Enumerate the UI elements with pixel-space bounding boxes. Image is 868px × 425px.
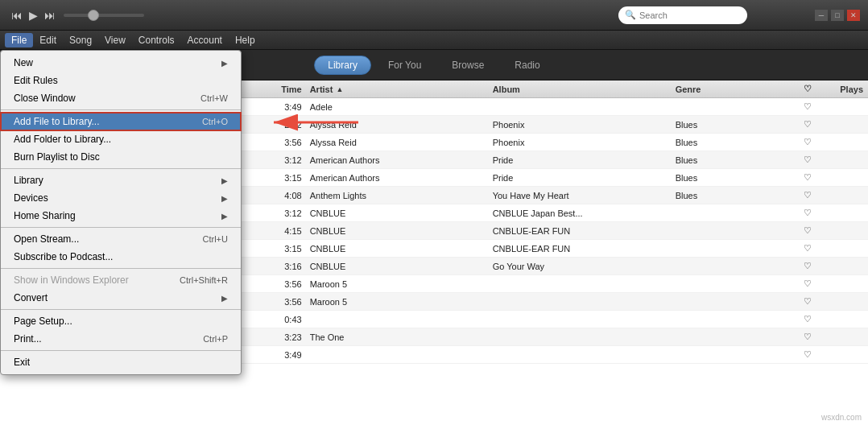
col-header-genre: Genre	[671, 85, 796, 94]
shortcut-show-windows-explorer: Ctrl+Shift+R	[180, 275, 228, 285]
track-heart[interactable]: ♡	[796, 208, 820, 218]
track-heart[interactable]: ♡	[796, 155, 820, 165]
menu-separator	[1, 168, 241, 169]
menu-item-home-sharing[interactable]: Home Sharing ▶	[1, 207, 241, 225]
col-header-artist[interactable]: Artist ▲	[305, 85, 488, 94]
menu-item-edit-rules[interactable]: Edit Rules	[1, 72, 241, 89]
menu-label-exit: Exit	[14, 357, 30, 368]
menu-item-file[interactable]: File	[5, 33, 33, 47]
menu-label-print: Print...	[14, 333, 42, 345]
track-artist: Alyssa Reid	[305, 120, 488, 130]
menu-item-convert[interactable]: Convert ▶	[1, 289, 241, 307]
menu-item-subscribe-podcast[interactable]: Subscribe to Podcast...	[1, 248, 241, 266]
menu-item-library[interactable]: Library ▶	[1, 171, 241, 189]
track-heart[interactable]: ♡	[796, 119, 820, 130]
progress-thumb	[88, 10, 99, 21]
track-heart[interactable]: ♡	[796, 190, 820, 200]
menu-item-page-setup[interactable]: Page Setup...	[1, 312, 241, 330]
track-heart[interactable]: ♡	[796, 349, 820, 360]
menu-item-account[interactable]: Account	[181, 33, 229, 47]
search-icon: 🔍	[625, 10, 636, 20]
track-artist: Maroon 5	[305, 279, 488, 289]
window-buttons: 🔍 ─ □ ✕	[618, 6, 860, 24]
track-album: Go Your Way	[488, 262, 671, 271]
track-album: CNBLUE Japan Best...	[488, 208, 671, 218]
menu-label-page-setup: Page Setup...	[14, 316, 72, 327]
track-genre: Blues	[671, 191, 796, 200]
submenu-arrow-devices: ▶	[221, 194, 228, 203]
menu-separator	[1, 309, 241, 310]
search-input[interactable]	[639, 10, 728, 20]
track-album: Phoenix	[488, 138, 671, 147]
track-artist: CNBLUE	[305, 262, 488, 271]
search-container: 🔍	[618, 6, 747, 24]
col-header-time: Time	[265, 85, 305, 94]
title-bar: ⏮ ▶ ⏭ 🔍 ─ □ ✕	[0, 0, 868, 31]
tab-browse[interactable]: Browse	[438, 56, 498, 75]
maximize-button[interactable]: □	[831, 10, 844, 21]
track-heart[interactable]: ♡	[796, 137, 820, 147]
minimize-button[interactable]: ─	[815, 10, 828, 21]
track-time: 3:56	[265, 279, 305, 289]
menu-item-burn-playlist[interactable]: Burn Playlist to Disc	[1, 148, 241, 166]
track-heart[interactable]: ♡	[796, 101, 820, 112]
menu-item-close-window[interactable]: Close Window Ctrl+W	[1, 89, 241, 107]
track-time: 3:15	[265, 173, 305, 183]
tab-library[interactable]: Library	[314, 56, 371, 75]
menu-item-edit[interactable]: Edit	[33, 33, 63, 47]
track-heart[interactable]: ♡	[796, 243, 820, 254]
track-heart[interactable]: ♡	[796, 225, 820, 236]
progress-track[interactable]	[64, 14, 144, 17]
track-time: 3:16	[265, 262, 305, 271]
fast-forward-button[interactable]: ⏭	[44, 9, 56, 22]
menu-separator	[1, 350, 241, 351]
track-genre: Blues	[671, 138, 796, 147]
track-time: 2:42	[265, 120, 305, 130]
track-genre: Blues	[671, 155, 796, 165]
rewind-button[interactable]: ⏮	[11, 9, 23, 22]
close-button[interactable]: ✕	[847, 10, 860, 21]
track-heart[interactable]: ♡	[796, 314, 820, 324]
track-time: 3:49	[265, 102, 305, 112]
track-time: 3:15	[265, 244, 305, 254]
tab-radio[interactable]: Radio	[501, 56, 553, 75]
track-artist: American Authors	[305, 155, 488, 165]
menu-item-view[interactable]: View	[98, 33, 132, 47]
tab-for-you[interactable]: For You	[374, 56, 435, 75]
track-heart[interactable]: ♡	[796, 279, 820, 289]
track-genre: Blues	[671, 120, 796, 130]
shortcut-close-window: Ctrl+W	[200, 93, 228, 103]
menu-label-open-stream: Open Stream...	[14, 233, 79, 245]
menu-label-edit-rules: Edit Rules	[14, 75, 58, 86]
menu-label-home-sharing: Home Sharing	[14, 210, 76, 221]
menu-label-close-window: Close Window	[14, 93, 76, 104]
menu-item-new[interactable]: New ▶	[1, 54, 241, 72]
menu-item-devices[interactable]: Devices ▶	[1, 189, 241, 207]
menu-item-open-stream[interactable]: Open Stream... Ctrl+U	[1, 230, 241, 248]
menu-item-song[interactable]: Song	[63, 33, 98, 47]
col-header-plays: Plays	[820, 85, 868, 94]
menu-item-add-file[interactable]: Add File to Library... Ctrl+O	[1, 113, 241, 130]
menu-label-library: Library	[14, 175, 43, 186]
play-button[interactable]: ▶	[29, 9, 38, 22]
track-time: 0:43	[265, 315, 305, 324]
menu-item-add-folder[interactable]: Add Folder to Library...	[1, 130, 241, 148]
shortcut-open-stream: Ctrl+U	[203, 234, 228, 244]
track-heart[interactable]: ♡	[796, 332, 820, 342]
menu-label-add-folder: Add Folder to Library...	[14, 134, 111, 145]
track-heart[interactable]: ♡	[796, 172, 820, 183]
menu-item-controls[interactable]: Controls	[132, 33, 181, 47]
track-artist: CNBLUE	[305, 226, 488, 236]
track-time: 3:56	[265, 138, 305, 147]
shortcut-add-file: Ctrl+O	[202, 117, 228, 126]
menu-separator	[1, 227, 241, 228]
transport-controls: ⏮ ▶ ⏭	[11, 9, 56, 22]
menu-separator	[1, 268, 241, 269]
track-time: 3:12	[265, 155, 305, 165]
menu-item-help[interactable]: Help	[229, 33, 262, 47]
menu-item-exit[interactable]: Exit	[1, 353, 241, 371]
track-album: CNBLUE-EAR FUN	[488, 244, 671, 254]
track-heart[interactable]: ♡	[796, 261, 820, 271]
track-heart[interactable]: ♡	[796, 296, 820, 307]
menu-item-print[interactable]: Print... Ctrl+P	[1, 330, 241, 348]
